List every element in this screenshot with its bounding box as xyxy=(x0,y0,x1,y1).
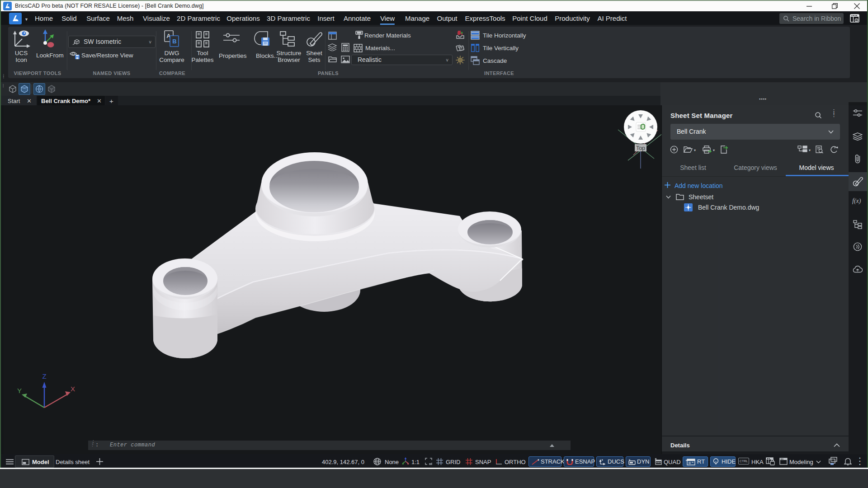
svg-text:X: X xyxy=(71,385,75,393)
svg-text:Y: Y xyxy=(17,387,22,394)
svg-text:Z: Z xyxy=(42,372,46,380)
svg-text:B: B xyxy=(172,38,176,45)
svg-text:Top: Top xyxy=(636,145,645,151)
